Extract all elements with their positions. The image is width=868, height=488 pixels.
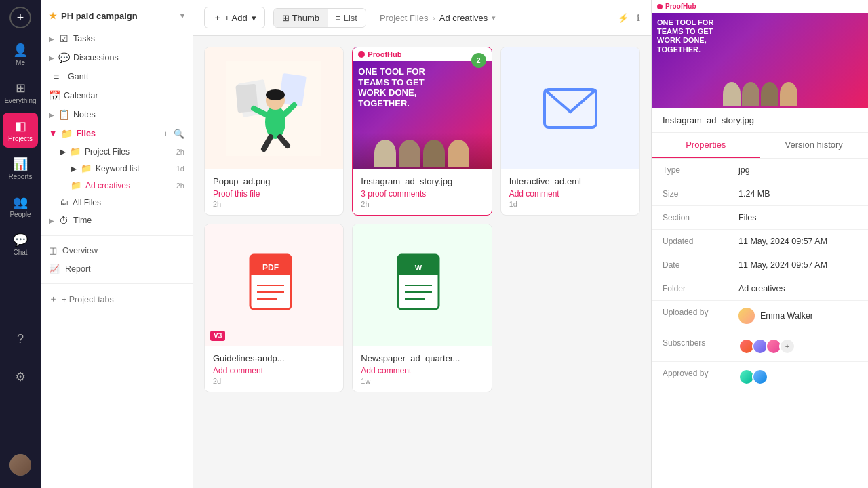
breadcrumb-dropdown[interactable]: ▾ xyxy=(492,14,496,22)
folder-keyword-list[interactable]: ▶ 📁 Keyword list 1d xyxy=(41,160,193,177)
instagram-ad-info: Instagram_ad_story.jpg 3 proof comments … xyxy=(353,169,491,215)
rp-approved-by-row: Approved by xyxy=(652,362,868,392)
list-label: List xyxy=(344,13,357,23)
rail-item-settings[interactable]: ⚙ xyxy=(3,359,38,394)
right-panel-thumbnail: ProofHub ONE TOOL FORTEAMS TO GETWORK DO… xyxy=(652,0,868,108)
folder-project-files[interactable]: ▶ 📁 Project Files 2h xyxy=(41,143,193,160)
folder-ad-creatives[interactable]: 📁 Ad creatives 2h xyxy=(41,177,193,194)
rp-filename: Instagram_ad_story.jpg xyxy=(652,108,868,133)
add-project-tabs-button[interactable]: ＋ + Project tabs xyxy=(41,289,193,309)
project-header[interactable]: ★ PH paid campaign ▾ xyxy=(41,5,193,29)
rp-person-2 xyxy=(742,82,760,106)
rp-properties-content: Type jpg Size 1.24 MB Section Files Upda… xyxy=(652,159,868,488)
rp-subscribers-value: + xyxy=(738,338,857,354)
info-icon[interactable]: ℹ xyxy=(637,13,640,23)
thumb-icon: ⊞ xyxy=(282,13,290,23)
rail-item-help[interactable]: ? xyxy=(3,321,38,357)
sidebar-item-tasks[interactable]: ▶ ☑ Tasks xyxy=(41,29,193,48)
popup-ad-thumb xyxy=(205,47,343,169)
subscribers-avatars: + xyxy=(738,338,857,354)
newspaper-ad-thumb: W xyxy=(353,224,491,346)
rp-folder-label: Folder xyxy=(663,284,730,293)
folder-all-files[interactable]: 🗂 All Files xyxy=(41,194,193,211)
calendar-icon: 📅 xyxy=(49,90,60,101)
rail-item-chat[interactable]: 💬 Chat xyxy=(3,226,38,262)
rp-tab-version-history[interactable]: Version history xyxy=(760,133,869,158)
all-files-icon: 🗂 xyxy=(60,197,68,207)
notes-chevron: ▶ xyxy=(49,111,54,119)
rp-folder-row: Folder Ad creatives xyxy=(652,277,868,301)
rail-people-label: People xyxy=(9,211,31,218)
rp-date-value: 11 May, 2024 09:57 AM xyxy=(738,260,857,270)
rp-ad-people xyxy=(652,82,868,108)
file-card-newspaper-ad[interactable]: W Newspaper_ad_quarter... Add comment 1w xyxy=(352,224,492,392)
rp-person-3 xyxy=(761,82,778,106)
sidebar-item-calendar[interactable]: 📅 Calendar xyxy=(41,86,193,105)
sidebar-item-time[interactable]: ▶ ⏱ Time xyxy=(41,211,193,230)
rp-date-label: Date xyxy=(663,260,730,270)
gantt-icon: ≡ xyxy=(49,71,64,82)
files-search-icon[interactable]: 🔍 xyxy=(174,129,184,139)
files-add-icon[interactable]: + xyxy=(163,129,168,139)
sidebar-item-discussions[interactable]: ▶ 💬 Discussions xyxy=(41,48,193,67)
main-content: ＋ + Add ▾ ⊞ Thumb ≡ List Project Files ›… xyxy=(193,0,651,488)
all-files-label: All Files xyxy=(73,198,101,207)
rp-uploaded-by-label: Uploaded by xyxy=(663,308,730,317)
project-dropdown-icon[interactable]: ▾ xyxy=(180,12,184,20)
file-card-guidelines[interactable]: PDF V3 Guidelines-andp... Add comment 2d xyxy=(204,224,344,392)
rp-subscribers-label: Subscribers xyxy=(663,338,730,348)
rail-item-everything[interactable]: ⊞ Everything xyxy=(3,75,38,110)
chat-icon: 💬 xyxy=(13,232,28,247)
instagram-ad-time: 2h xyxy=(361,200,483,208)
add-button[interactable]: ＋ + Add ▾ xyxy=(204,7,265,28)
rail-item-projects[interactable]: ◧ Projects xyxy=(3,113,38,148)
file-grid: Popup_ad.png Proof this file 2h ProofHub… xyxy=(193,36,651,488)
rp-updated-label: Updated xyxy=(663,237,730,246)
sidebar-item-notes[interactable]: ▶ 📋 Notes xyxy=(41,105,193,124)
global-add-button[interactable]: + xyxy=(9,7,31,28)
sidebar-item-gantt[interactable]: ≡ Gantt xyxy=(41,67,193,86)
rail-everything-label: Everything xyxy=(4,97,36,104)
rp-approved-by-value xyxy=(738,369,857,385)
user-avatar[interactable] xyxy=(9,454,31,476)
report-label: Report xyxy=(65,264,91,274)
sidebar-item-report[interactable]: 📈 Report xyxy=(41,260,193,278)
tasks-label: Tasks xyxy=(73,34,95,43)
rail-item-people[interactable]: 👥 People xyxy=(3,188,38,224)
filter-icon[interactable]: ⚡ xyxy=(618,13,629,23)
guidelines-action[interactable]: Add comment xyxy=(213,366,335,375)
ph-logo-dot xyxy=(358,51,365,58)
keyword-folder-icon: 📁 xyxy=(81,163,92,174)
file-card-instagram-ad[interactable]: ProofHub ONE TOOL FORTEAMS TO GETWORK DO… xyxy=(352,47,492,216)
rp-tab-properties[interactable]: Properties xyxy=(652,133,760,158)
guidelines-thumb: PDF V3 xyxy=(205,224,343,346)
ph-person-2 xyxy=(399,140,420,167)
svg-text:PDF: PDF xyxy=(262,263,279,272)
interactive-ad-action[interactable]: Add comment xyxy=(509,189,631,199)
rail-item-reports[interactable]: 📊 Reports xyxy=(3,150,38,186)
people-icon: 👥 xyxy=(13,195,28,209)
instagram-ad-name: Instagram_ad_story.jpg xyxy=(361,176,483,186)
reports-icon: 📊 xyxy=(13,157,28,171)
view-toggle: ⊞ Thumb ≡ List xyxy=(273,8,366,28)
rail-item-me[interactable]: 👤 Me xyxy=(3,37,38,72)
list-view-button[interactable]: ≡ List xyxy=(328,9,366,27)
breadcrumb-project[interactable]: Project Files xyxy=(380,13,429,23)
instagram-ad-action[interactable]: 3 proof comments xyxy=(361,189,483,199)
notification-badge: 2 xyxy=(471,53,486,68)
files-expand-toggle[interactable]: ▼ 📁 Files xyxy=(49,128,96,139)
add-subscriber-button[interactable]: + xyxy=(779,338,795,354)
me-icon: 👤 xyxy=(13,43,28,58)
file-card-interactive-ad[interactable]: Interactive_ad.eml Add comment 1d xyxy=(500,47,640,216)
sidebar-item-overview[interactable]: ◫ Overview xyxy=(41,241,193,260)
report-icon: 📈 xyxy=(49,264,60,274)
email-icon xyxy=(543,88,597,129)
star-icon: ★ xyxy=(49,11,57,21)
popup-ad-action[interactable]: Proof this file xyxy=(213,189,335,199)
file-card-popup-ad[interactable]: Popup_ad.png Proof this file 2h xyxy=(204,47,344,216)
thumb-view-button[interactable]: ⊞ Thumb xyxy=(274,9,328,27)
files-label: Files xyxy=(76,129,96,138)
popup-ad-info: Popup_ad.png Proof this file 2h xyxy=(205,169,343,215)
newspaper-ad-action[interactable]: Add comment xyxy=(361,366,483,375)
ad-creatives-folder-icon: 📁 xyxy=(71,180,81,190)
